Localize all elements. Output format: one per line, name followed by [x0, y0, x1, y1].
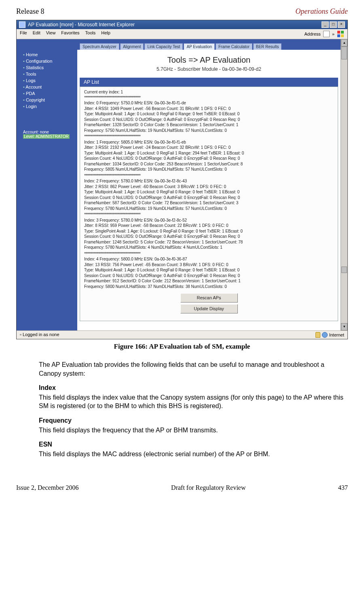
ap-entry-line: Session Count: 0 NoLUIDS: 0 OutOfRange: …: [84, 117, 334, 123]
ap-entry-line: Index: 0 Frequency: 5750.0 MHz ESN: 0a-0…: [84, 100, 334, 106]
ap-entry-line: Index: 2 Frequency: 5780.0 MHz ESN: 0a-0…: [84, 178, 334, 184]
status-left: Logged in as none: [23, 332, 59, 337]
header-left: Release 8: [16, 7, 44, 16]
tab-strip: Spectrum AnalyzerAlignmentLink Capacity …: [77, 39, 341, 50]
ap-entry-line: Frequency: 5750 NumULHalfSlots: 19 NumDL…: [84, 128, 334, 133]
ap-entry-line: Jitter: 2 RSSI: 862 Power Level: -60 Bea…: [84, 184, 334, 190]
tab-link-capacity-test[interactable]: Link Capacity Test: [144, 43, 183, 50]
ap-entry: Index: 0 Frequency: 5750.0 MHz ESN: 0a-0…: [84, 100, 334, 133]
footer-left: Issue 2, December 2006: [16, 484, 79, 491]
main-area: Spectrum AnalyzerAlignmentLink Capacity …: [77, 39, 341, 330]
window-title: AP Evaluation [more] - Microsoft Interne…: [28, 22, 135, 28]
sidebar-item-copyright[interactable]: Copyright: [23, 97, 77, 103]
ap-entry-line: Session Count: 0 NoLUIDS: 0 OutOfRange: …: [84, 195, 334, 201]
heading-index: Index: [39, 383, 346, 392]
footer-center: Draft for Regulatory Review: [171, 484, 245, 491]
menu-item-edit[interactable]: Edit: [33, 30, 40, 38]
sidebar-item-configuration[interactable]: Configuration: [23, 58, 77, 64]
sidebar-item-tools[interactable]: Tools: [23, 71, 77, 77]
scroll-thumb-2[interactable]: [341, 267, 347, 273]
header-right: Operations Guide: [296, 7, 348, 16]
menu-item-help[interactable]: Help: [101, 30, 110, 38]
ap-entry-line: Type: Multipoint Avail: 1 Age: 0 Lockout…: [84, 111, 334, 117]
sidebar-item-statistics[interactable]: Statistics: [23, 64, 77, 71]
heading-esn: ESN: [39, 440, 346, 449]
intro-paragraph: The AP Evaluation tab provides the follo…: [39, 360, 346, 378]
lock-icon: [315, 332, 320, 338]
menu-item-favorites[interactable]: Favorites: [61, 30, 79, 38]
ap-entry-line: Jitter: 8 RSSI: 959 Power Level: -58 Bea…: [84, 223, 334, 229]
maximize-button[interactable]: □: [330, 21, 337, 28]
tab-alignment[interactable]: Alignment: [120, 43, 144, 50]
vertical-scrollbar[interactable]: ▴ ▾: [341, 39, 347, 330]
tab-frame-calculator[interactable]: Frame Calculator: [216, 43, 252, 50]
ap-entry-line: Type: Multipoint Avail: 1 Age: 0 Lockout…: [84, 189, 334, 195]
scroll-down-icon[interactable]: ▾: [341, 323, 347, 330]
status-right: Internet: [329, 332, 344, 337]
menu-item-view[interactable]: View: [46, 30, 56, 38]
menu-item-tools[interactable]: Tools: [85, 30, 96, 38]
screenshot: AP Evaluation [more] - Microsoft Interne…: [16, 20, 348, 339]
minimize-button[interactable]: _: [322, 21, 329, 28]
ap-entry-line: Session Count: 0 NoLUIDS: 0 OutOfRange: …: [84, 234, 334, 239]
tab-spectrum-analyzer[interactable]: Spectrum Analyzer: [80, 43, 119, 50]
footer-right: 437: [338, 484, 348, 491]
ap-entry-line: FrameNumber: 1248 SectorID: 5 Color Code…: [84, 239, 334, 245]
heading-frequency: Frequency: [39, 416, 346, 425]
page-subheading: 5.7GHz - Subscriber Module - 0a-00-3e-f0…: [77, 66, 341, 78]
sidebar-item-home[interactable]: Home: [23, 51, 77, 58]
sidebar-item-pda[interactable]: PDA: [23, 90, 77, 97]
scroll-thumb[interactable]: [341, 47, 347, 59]
sidebar-item-logs[interactable]: Logs: [23, 77, 77, 84]
account-label: Account: none: [23, 130, 77, 134]
ap-entry-line: Jitter: 3 RSSI: 2192 Power Level: -24 Be…: [84, 145, 334, 150]
figure-caption: Figure 166: AP Evaluation tab of SM, exa…: [16, 343, 348, 351]
ap-entry-line: Session Count: 0 NoLUIDS: 0 OutOfRange: …: [84, 273, 334, 279]
page-footer: Issue 2, December 2006 Draft for Regulat…: [0, 468, 364, 500]
separator: ****************************************…: [84, 212, 334, 218]
menu-item-file[interactable]: File: [20, 30, 27, 38]
ap-entry-line: Type: SinglePoint Avail: 1 Age: 0 Lockou…: [84, 229, 334, 234]
globe-icon: [322, 332, 328, 338]
sidebar-item-login[interactable]: Login: [23, 103, 77, 110]
separator: ****************************************…: [84, 251, 334, 257]
paragraph-esn: This field displays the MAC address (ele…: [39, 450, 346, 459]
scroll-up-icon[interactable]: ▴: [341, 39, 347, 47]
close-button[interactable]: ×: [338, 21, 345, 28]
ap-entry-line: Frequency: 5805 NumULHalfSlots: 19 NumDL…: [84, 167, 334, 172]
update-button[interactable]: Update Display: [180, 304, 238, 313]
window-titlebar: AP Evaluation [more] - Microsoft Interne…: [17, 20, 347, 29]
ap-entry: Index: 4 Frequency: 5800.0 MHz ESN: 0a-0…: [84, 256, 334, 289]
menu-bar: FileEditViewFavoritesToolsHelp Address »: [17, 29, 347, 39]
ap-entry-line: FrameNumber: 1328 SectorID: 0 Color Code…: [84, 122, 334, 128]
body-text: The AP Evaluation tab provides the follo…: [39, 360, 346, 458]
ap-entry-line: Frequency: 5780 NumULHalfSlots: 19 NumDL…: [84, 206, 334, 212]
level-label: Level: ADMINISTRATOR: [23, 134, 70, 139]
paragraph-index: This field displays the index value that…: [39, 393, 346, 411]
separator: ****************************************…: [84, 95, 334, 101]
ap-entry-line: Jitter: 13 RSSI: 756 Power Level: -65 Be…: [84, 262, 334, 268]
paragraph-frequency: This field displays the frequency that t…: [39, 426, 346, 435]
sidebar-item-account[interactable]: Account: [23, 84, 77, 90]
status-bar: ▫ Logged in as none Internet: [17, 330, 347, 339]
page-heading: Tools => AP Evaluation: [77, 50, 341, 66]
ap-entry-line: Jitter: 4 RSSI: 1049 Power Level: -56 Be…: [84, 106, 334, 112]
sidebar: HomeConfigurationStatisticsToolsLogsAcco…: [17, 39, 77, 330]
tab-ap-evaluation[interactable]: AP Evaluation: [184, 43, 215, 50]
rescan-button[interactable]: Rescan APs: [180, 293, 238, 303]
ap-entry-line: Index: 4 Frequency: 5800.0 MHz ESN: 0a-0…: [84, 256, 334, 262]
ap-entry: Index: 3 Frequency: 5780.0 MHz ESN: 0a-0…: [84, 218, 334, 250]
section-body: Current entry index: 1 *****************…: [80, 87, 338, 321]
ap-entry-line: Type: Multipoint Avail: 1 Age: 0 Lockout…: [84, 267, 334, 273]
address-dropdown[interactable]: [323, 31, 330, 37]
current-entry: Current entry index: 1: [84, 89, 334, 95]
separator: ****************************************…: [84, 134, 334, 140]
ap-entry-line: Type: Multipoint Avail: 1 Age: 0 Lockout…: [84, 150, 334, 156]
ap-entry: Index: 1 Frequency: 5805.0 MHz ESN: 0a-0…: [84, 140, 334, 172]
ap-entry-line: Session Count: 4 NoLUIDS: 0 OutOfRange: …: [84, 156, 334, 161]
ap-entry-line: FrameNumber: 912 SectorID: 0 Color Code:…: [84, 278, 334, 284]
go-chevron[interactable]: »: [332, 32, 334, 36]
ap-entry-line: FrameNumber: 587 SectorID: 0 Color Code:…: [84, 200, 334, 206]
ap-entry-line: FrameNumber: 1034 SectorID: 0 Color Code…: [84, 161, 334, 167]
tab-ber-results[interactable]: BER Results: [253, 43, 282, 50]
